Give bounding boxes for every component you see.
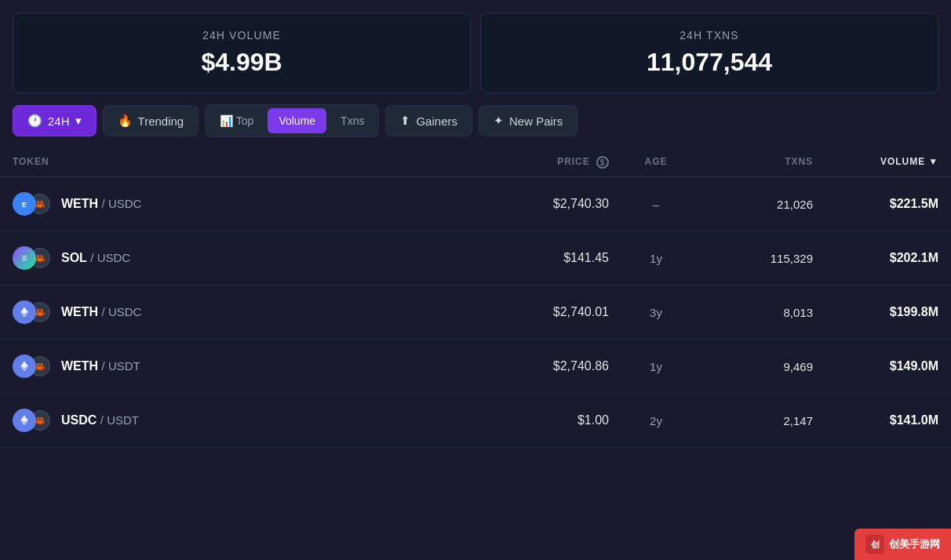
- sort-down-icon: ▼: [928, 156, 938, 167]
- volume-cell: $202.1M: [813, 251, 938, 265]
- table-header-row: TOKEN PRICE $ AGE TXNS VOLUME ▼: [0, 148, 951, 177]
- gainers-btn[interactable]: ⬆ Gainers: [385, 105, 472, 136]
- token-name-label: WETH / USDC: [61, 197, 141, 211]
- txns-btn[interactable]: Txns: [330, 108, 375, 133]
- svg-marker-4: [20, 362, 28, 369]
- svg-text:E: E: [22, 201, 27, 209]
- token-cell: 🦀 WETH / USDT: [13, 354, 389, 379]
- top-group: 📊 Top Volume Txns: [205, 104, 379, 137]
- arrow-up-icon: ⬆: [400, 114, 410, 128]
- sparkle-icon: ✦: [494, 114, 504, 128]
- volume-label: 24H VOLUME: [32, 29, 451, 42]
- time-filter-btn[interactable]: 🕐 24H ▾: [13, 105, 97, 136]
- th-volume: VOLUME ▼: [813, 156, 938, 169]
- txns-cell: 8,013: [703, 306, 813, 319]
- token-cell: ≡ 🦀 SOL / USDC: [13, 245, 389, 271]
- bar-icon: 📊: [220, 115, 233, 127]
- age-cell: 1y: [609, 252, 703, 265]
- token-name-label: WETH / USDC: [61, 305, 141, 319]
- volume-cell: $149.0M: [813, 359, 938, 373]
- price-cell: $2,740.01: [389, 305, 609, 319]
- price-cell: $2,740.30: [389, 197, 609, 211]
- table-row[interactable]: 🦀 USDC / USDT $1.00 2y 2,147 $141.0M: [0, 394, 951, 448]
- age-cell: 2y: [609, 414, 703, 427]
- token-name-label: SOL / USDC: [61, 251, 130, 265]
- top-btn[interactable]: 📊 Top: [209, 108, 264, 133]
- token-icon-primary: [13, 355, 36, 378]
- token-icon-primary: ≡: [13, 246, 36, 270]
- txns-card: 24H TXNS 11,077,544: [480, 13, 938, 93]
- token-icons: E 🦀: [13, 191, 53, 216]
- token-icons: 🦀: [13, 408, 53, 433]
- token-icons: 🦀: [13, 354, 53, 379]
- token-cell: E 🦀 WETH / USDC: [13, 191, 389, 216]
- dollar-icon: $: [596, 156, 609, 169]
- table-row[interactable]: ≡ 🦀 SOL / USDC $141.45 1y 115,329 $202.1…: [0, 231, 951, 285]
- txns-label: 24H TXNS: [500, 29, 919, 42]
- token-icon-primary: [13, 409, 36, 432]
- volume-value: $4.99B: [32, 48, 451, 77]
- token-name-label: USDC / USDT: [61, 413, 139, 427]
- table-row[interactable]: E 🦀 WETH / USDC $2,740.30 – 21,026 $221.…: [0, 177, 951, 231]
- token-cell: 🦀 USDC / USDT: [13, 408, 389, 433]
- table-row[interactable]: 🦀 WETH / USDC $2,740.01 3y 8,013 $199.8M: [0, 285, 951, 340]
- txns-value: 11,077,544: [500, 48, 919, 77]
- table-row[interactable]: 🦀 WETH / USDT $2,740.86 1y 9,469 $149.0M: [0, 340, 951, 394]
- svg-marker-2: [20, 307, 28, 315]
- clock-icon: 🕐: [27, 114, 42, 128]
- token-table: TOKEN PRICE $ AGE TXNS VOLUME ▼ E 🦀: [0, 148, 951, 448]
- age-cell: –: [609, 198, 703, 211]
- token-icons: 🦀: [13, 300, 53, 325]
- price-cell: $2,740.86: [389, 359, 609, 373]
- th-token: TOKEN: [13, 156, 389, 169]
- token-cell: 🦀 WETH / USDC: [13, 300, 389, 325]
- volume-card: 24H VOLUME $4.99B: [13, 13, 471, 93]
- trending-btn[interactable]: 🔥 Trending: [103, 105, 199, 136]
- volume-cell: $199.8M: [813, 305, 938, 319]
- token-icons: ≡ 🦀: [13, 245, 53, 271]
- th-txns: TXNS: [703, 156, 813, 169]
- new-pairs-btn[interactable]: ✦ New Pairs: [479, 105, 578, 136]
- chevron-down-icon: ▾: [75, 114, 82, 128]
- price-cell: $141.45: [389, 251, 609, 265]
- th-age: AGE: [609, 156, 703, 169]
- txns-cell: 21,026: [703, 198, 813, 211]
- age-cell: 1y: [609, 360, 703, 373]
- th-price: PRICE $: [389, 156, 609, 169]
- volume-cell: $141.0M: [813, 413, 938, 427]
- token-icon-primary: [13, 300, 36, 324]
- txns-cell: 9,469: [703, 360, 813, 373]
- volume-cell: $221.5M: [813, 197, 938, 211]
- watermark: 创 创美手游网: [854, 529, 951, 560]
- watermark-logo: 创: [865, 535, 884, 554]
- txns-cell: 2,147: [703, 414, 813, 427]
- price-cell: $1.00: [389, 413, 609, 427]
- token-icon-primary: E: [13, 192, 36, 216]
- stats-section: 24H VOLUME $4.99B 24H TXNS 11,077,544: [0, 0, 951, 93]
- nav-bar: 🕐 24H ▾ 🔥 Trending 📊 Top Volume Txns ⬆ G…: [0, 93, 951, 148]
- flame-icon: 🔥: [118, 114, 133, 128]
- svg-marker-6: [20, 416, 28, 423]
- token-name-label: WETH / USDT: [61, 359, 140, 373]
- txns-cell: 115,329: [703, 252, 813, 265]
- time-label: 24H: [48, 115, 70, 128]
- watermark-text: 创美手游网: [889, 537, 940, 551]
- volume-btn[interactable]: Volume: [268, 108, 326, 133]
- age-cell: 3y: [609, 306, 703, 319]
